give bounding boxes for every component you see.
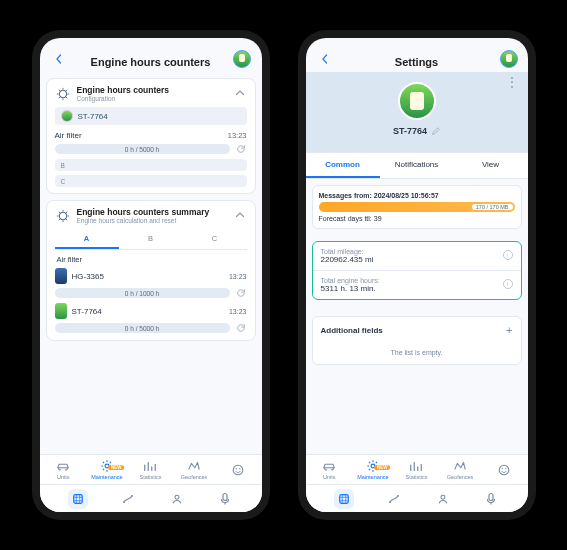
route-button[interactable] (386, 491, 402, 507)
geofence-icon (187, 459, 201, 473)
svg-point-14 (331, 469, 333, 471)
nav-geofences[interactable]: Geofences (441, 459, 479, 480)
collapse-icon[interactable] (235, 210, 247, 222)
progress-bar: 0 h / 1000 h (55, 288, 230, 298)
back-button[interactable] (316, 50, 334, 68)
svg-point-18 (505, 468, 506, 469)
secondary-bar (40, 484, 262, 512)
summary-unit-2: ST-7764 13:23 0 h / 5000 h (55, 303, 247, 334)
svg-point-16 (499, 465, 509, 475)
additional-title: Additional fields (321, 326, 383, 335)
edit-icon[interactable] (431, 127, 440, 136)
svg-point-10 (131, 495, 133, 497)
card-header[interactable]: Engine hours counters Configuration (55, 85, 247, 102)
tab-b[interactable]: B (119, 230, 183, 249)
engine-icon (55, 86, 71, 102)
add-field-button[interactable]: + (506, 324, 512, 336)
total-engine-value: 5311 h. 13 min. (321, 284, 380, 293)
smile-icon (497, 463, 511, 477)
map-button[interactable] (334, 489, 354, 509)
counter-chip-b[interactable]: B (55, 159, 247, 171)
profile-avatar[interactable] (500, 50, 518, 68)
vehicle-icon (55, 303, 67, 319)
nav-more[interactable] (219, 463, 257, 477)
nav-maintenance[interactable]: Maintenance NEW (88, 459, 126, 480)
unit-time: 13:23 (229, 308, 247, 315)
filter-label: Air filter (55, 131, 82, 140)
back-button[interactable] (50, 50, 68, 68)
selected-unit-chip[interactable]: ST-7764 (55, 107, 247, 125)
map-button[interactable] (68, 489, 88, 509)
filter-row: Air filter 13:23 (55, 131, 247, 140)
phone-left: Engine hours counters Engine hours count… (32, 30, 270, 520)
counters-config-card: Engine hours counters Configuration ST-7… (46, 78, 256, 194)
total-mileage-value: 220962.435 mi (321, 255, 374, 264)
svg-point-0 (59, 90, 66, 97)
header-bar: Settings (306, 38, 528, 72)
tab-notifications[interactable]: Notifications (380, 153, 454, 178)
additional-header[interactable]: Additional fields + (313, 317, 521, 343)
collapse-icon[interactable] (235, 88, 247, 100)
nav-statistics[interactable]: Statistics (397, 459, 435, 480)
car-icon (56, 459, 70, 473)
secondary-bar (306, 484, 528, 512)
phone-right: Settings ⋮ ST-7764 Common Notifications … (298, 30, 536, 520)
svg-point-7 (239, 468, 240, 469)
nav-units[interactable]: Units (44, 459, 82, 480)
total-engine-row[interactable]: Total engine hours: 5311 h. 13 min. i (313, 270, 521, 299)
tab-view[interactable]: View (454, 153, 528, 178)
mic-button[interactable] (483, 491, 499, 507)
nav-units[interactable]: Units (310, 459, 348, 480)
svg-point-2 (59, 469, 61, 471)
unit-name: ST-7764 (72, 307, 102, 316)
more-menu-button[interactable]: ⋮ (506, 80, 518, 84)
screen: Engine hours counters Engine hours count… (40, 38, 262, 512)
progress-text: 0 h / 1000 h (125, 290, 159, 297)
progress-text: 0 h / 5000 h (125, 325, 159, 332)
additional-fields-card: Additional fields + The list is empty. (312, 316, 522, 365)
refresh-button[interactable] (235, 287, 247, 299)
total-mileage-row[interactable]: Total mileage: 220962.435 mi i (313, 242, 521, 270)
user-button[interactable] (169, 491, 185, 507)
chart-icon (143, 459, 157, 473)
card-header[interactable]: Engine hours counters summary Engine hou… (55, 207, 247, 224)
info-icon[interactable]: i (503, 279, 513, 289)
nav-statistics[interactable]: Statistics (131, 459, 169, 480)
traffic-value: 170 / 170 MB (472, 204, 513, 210)
unit-avatar[interactable] (398, 82, 436, 120)
progress-bar: 0 h / 5000 h (55, 144, 230, 154)
page-title: Engine hours counters (91, 56, 211, 68)
progress-text: 0 h / 5000 h (125, 146, 159, 153)
svg-point-17 (501, 468, 502, 469)
nav-more[interactable] (485, 463, 523, 477)
new-badge: NEW (374, 465, 391, 470)
nav-maintenance[interactable]: Maintenance NEW (354, 459, 392, 480)
tab-c[interactable]: C (183, 230, 247, 249)
tab-a[interactable]: A (55, 230, 119, 249)
total-mileage-label: Total mileage: (321, 248, 374, 255)
header-bar: Engine hours counters (40, 38, 262, 72)
info-icon[interactable]: i (503, 250, 513, 260)
user-button[interactable] (435, 491, 451, 507)
refresh-button[interactable] (235, 322, 247, 334)
svg-point-6 (235, 468, 236, 469)
svg-point-21 (397, 495, 399, 497)
svg-rect-19 (339, 494, 348, 503)
forecast-label: Forecast days ttl: 39 (319, 215, 515, 222)
chart-icon (409, 459, 423, 473)
mic-button[interactable] (217, 491, 233, 507)
counter-chip-c[interactable]: C (55, 175, 247, 187)
card-subtitle: Configuration (77, 95, 229, 102)
group-label: Air filter (55, 255, 247, 264)
tab-common[interactable]: Common (306, 153, 380, 178)
svg-rect-23 (489, 493, 493, 500)
card-subtitle: Engine hours calculation and reset (77, 217, 229, 224)
card-title: Engine hours counters summary (77, 207, 229, 217)
profile-avatar[interactable] (233, 50, 251, 68)
route-button[interactable] (120, 491, 136, 507)
svg-point-22 (441, 495, 445, 499)
tab-bar: Units Maintenance NEW Statistics Geofenc… (40, 454, 262, 484)
refresh-button[interactable] (235, 143, 247, 155)
nav-geofences[interactable]: Geofences (175, 459, 213, 480)
total-engine-label: Total engine hours: (321, 277, 380, 284)
